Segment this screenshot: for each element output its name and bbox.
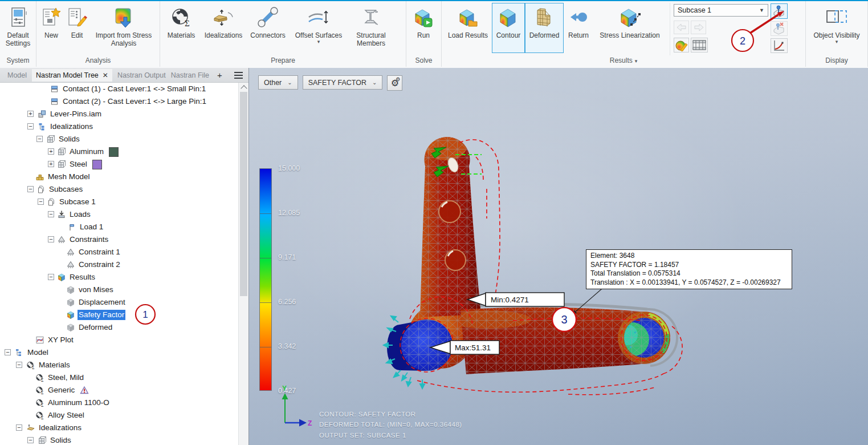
ideal2-icon <box>26 423 35 432</box>
import-from-stress-button[interactable]: Import from Stress Analysis <box>90 3 157 53</box>
tree-item-label: Constraint 2 <box>78 260 121 270</box>
tree-item-displacement[interactable]: Displacement <box>0 296 238 309</box>
collapse-icon[interactable]: − <box>27 186 34 192</box>
tree-item-constraint-1[interactable]: Constraint 1 <box>0 246 238 258</box>
tree-item-constraints[interactable]: −Constraints <box>0 233 238 246</box>
collapse-icon[interactable]: − <box>48 211 54 217</box>
tree-item-solids[interactable]: −Solids <box>0 434 238 445</box>
tree-item-materials[interactable]: −ΣMaterials <box>0 359 238 371</box>
tree-item-loads[interactable]: −Loads <box>0 208 238 221</box>
tab-nastran-file[interactable]: Nastran File <box>171 69 213 82</box>
new-analysis-button[interactable]: New <box>39 3 64 53</box>
tree-item-alloy-steel[interactable]: ΣAlloy Steel <box>0 409 238 422</box>
tree-item-lever-pins-iam[interactable]: +Lever-Pins.iam <box>0 108 238 120</box>
results-group-caret[interactable]: ▾ <box>635 58 638 64</box>
tree-item-mesh-model[interactable]: Mesh Model <box>0 171 238 183</box>
delete-probes-button[interactable] <box>771 21 788 36</box>
deformed-button[interactable]: Deformed <box>525 3 564 53</box>
tab-nastran-output[interactable]: Nastran Output <box>113 69 170 82</box>
collapse-icon[interactable]: − <box>38 199 44 205</box>
contour-options-button[interactable] <box>674 38 689 52</box>
load-results-button[interactable]: Load Results <box>444 3 492 53</box>
tree-item-contact-1-cast-lever-1-small-pin-1[interactable]: Contact (1) - Cast Lever:1 <-> Small Pin… <box>0 83 238 95</box>
tree-item-aluminum[interactable]: +Aluminum <box>0 145 238 158</box>
offset-surfaces-dropdown-caret[interactable]: ▾ <box>317 39 320 44</box>
edit-analysis-button[interactable]: Edit <box>64 3 90 53</box>
return-button[interactable]: Return <box>564 3 593 53</box>
solids-icon <box>38 436 47 445</box>
tab-close-icon[interactable]: ✕ <box>103 71 108 79</box>
materials-button[interactable]: Σ Materials <box>162 3 200 53</box>
idealizations-button[interactable]: Idealizations <box>200 3 247 53</box>
tree-item-aluminum-1100-o[interactable]: ΣAluminum 1100-O <box>0 397 238 409</box>
tree-item-label: Idealizations <box>49 122 94 132</box>
animate-results-button[interactable] <box>691 38 708 52</box>
collapse-icon[interactable]: − <box>27 123 34 130</box>
new-analysis-icon <box>41 5 62 31</box>
scrollbar-thumb[interactable] <box>240 92 247 296</box>
collapse-icon[interactable]: − <box>48 236 54 242</box>
next-set-button[interactable] <box>691 21 706 34</box>
xyplot-icon <box>35 335 44 345</box>
collapse-icon[interactable]: − <box>27 437 34 443</box>
probe-button[interactable] <box>771 3 788 19</box>
constraint-icon <box>66 260 75 269</box>
connectors-button[interactable]: Connectors <box>247 3 289 53</box>
collapse-icon[interactable]: − <box>16 424 22 431</box>
default-settings-button[interactable]: Default Settings <box>2 3 34 53</box>
tree-item-von-mises[interactable]: von Mises <box>0 284 238 296</box>
contour-button[interactable]: Contour <box>492 3 525 53</box>
structural-members-icon <box>360 5 382 31</box>
xy-plot-button[interactable] <box>771 38 788 53</box>
tree-item-label: Deformed <box>78 322 113 333</box>
tree-item-solids[interactable]: −Solids <box>0 133 238 145</box>
tree-item-deformed[interactable]: Deformed <box>0 321 238 334</box>
tree-item-steel[interactable]: +Steel <box>0 158 238 171</box>
tree-item-subcase-1[interactable]: −Subcase 1 <box>0 196 238 208</box>
chevron-down-icon: ⌄ <box>372 79 377 86</box>
tree-scrollbar[interactable] <box>238 83 248 445</box>
tab-nastran-model-tree[interactable]: Nastran Model Tree ✕ <box>32 69 112 82</box>
subcase-selector[interactable]: Subcase 1 ▼ <box>674 4 768 17</box>
result-type-combo[interactable]: SAFETY FACTOR ⌄ <box>303 75 383 90</box>
legend-tick <box>260 302 271 303</box>
tree-item-idealizations[interactable]: −Idealizations <box>0 120 238 133</box>
offset-surfaces-button[interactable]: Offset Surfaces ▾ <box>289 3 348 53</box>
tab-model[interactable]: Model <box>3 69 31 82</box>
collapse-icon[interactable]: − <box>36 136 43 142</box>
stress-linearization-button[interactable]: Stress Linearization <box>593 3 666 53</box>
tree-item-subcases[interactable]: −Subcases <box>0 183 238 196</box>
viewport-toolbar: Other ⌄ SAFETY FACTOR ⌄ ⚙ ⚙ <box>258 75 402 91</box>
tree-item-idealizations[interactable]: −Idealizations <box>0 422 238 434</box>
object-visibility-caret[interactable]: ▾ <box>836 39 838 44</box>
scroll-up-icon[interactable] <box>241 85 247 91</box>
tree-item-label: Results <box>68 272 96 282</box>
tree-item-model[interactable]: −Model <box>0 346 238 359</box>
expand-icon[interactable]: + <box>48 148 54 155</box>
collapse-icon[interactable]: − <box>5 349 11 355</box>
plot-settings-button[interactable]: ⚙ ⚙ <box>387 75 402 91</box>
panel-menu-icon[interactable] <box>234 72 245 79</box>
import-from-stress-icon <box>112 5 135 31</box>
run-button[interactable]: Run <box>409 3 438 53</box>
constraint-icon <box>57 235 66 244</box>
tree-item-contact-2-cast-lever-1-large-pin-1[interactable]: Contact (2) - Cast Lever:1 <-> Large Pin… <box>0 95 238 108</box>
previous-set-button[interactable] <box>674 21 689 34</box>
contour-label: Contour <box>496 31 521 39</box>
object-visibility-button[interactable]: Object Visibility ▾ <box>808 3 865 53</box>
expand-icon[interactable]: + <box>27 111 34 117</box>
add-tab-button[interactable]: + <box>214 70 225 80</box>
tree-item-load-1[interactable]: Load 1 <box>0 221 238 233</box>
tree-item-constraint-2[interactable]: Constraint 2 <box>0 258 238 271</box>
tree-item-steel-mild[interactable]: ΣSteel, Mild <box>0 371 238 384</box>
tree-item-xy-plot[interactable]: XY Plot <box>0 334 238 346</box>
structural-members-button[interactable]: Structural Members <box>348 3 394 53</box>
result-category-combo[interactable]: Other ⌄ <box>258 75 298 90</box>
collapse-icon[interactable]: − <box>16 362 22 368</box>
tree-item-safety-factor[interactable]: Safety Factor <box>0 309 238 321</box>
expand-icon[interactable]: + <box>48 161 54 167</box>
collapse-icon[interactable]: − <box>48 274 54 280</box>
tree-item-generic[interactable]: ΣGeneric <box>0 384 238 397</box>
tree-item-results[interactable]: −Results <box>0 271 238 284</box>
filmstrip-icon <box>692 40 706 50</box>
